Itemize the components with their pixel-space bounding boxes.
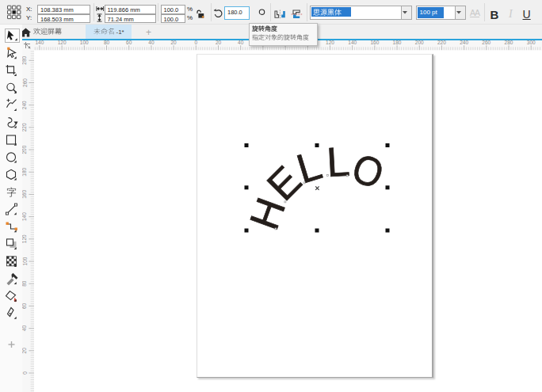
svg-text:O: O xyxy=(346,144,390,197)
svg-text:L: L xyxy=(326,139,351,185)
